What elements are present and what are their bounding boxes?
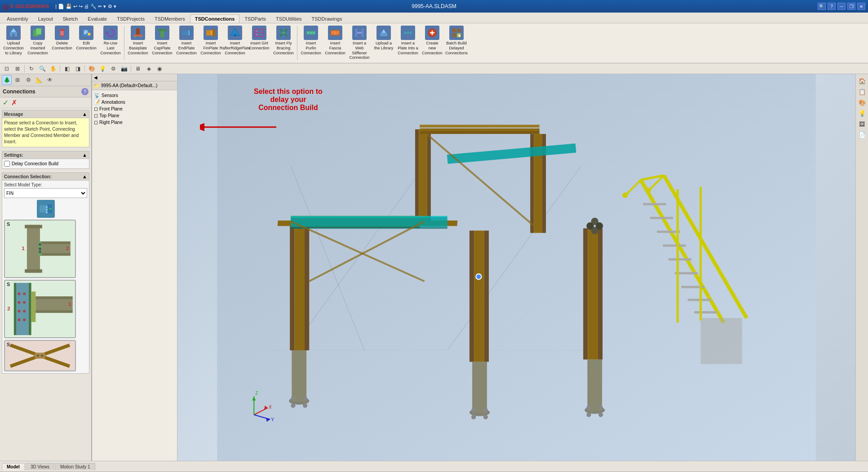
feature-manager-icons: 🌲 ⊞ ⚙ 📐 👁 <box>0 74 91 86</box>
zoom-btn[interactable]: 🔍 <box>37 64 47 73</box>
display-manager-icon[interactable]: 👁 <box>45 75 55 85</box>
settings-section-header[interactable]: Settings: ▲ <box>2 151 89 159</box>
help-button[interactable]: ? <box>81 88 89 95</box>
svg-marker-14 <box>105 31 109 33</box>
tab-tsdparts[interactable]: TSDParts <box>239 14 271 23</box>
svg-text:2: 2 <box>66 245 69 251</box>
upload-library-button[interactable]: Upload a the Library <box>372 24 395 62</box>
connection-selection-header[interactable]: Connection Selection: ▲ <box>2 173 89 181</box>
svg-point-95 <box>18 318 21 321</box>
custom-properties-icon[interactable]: 📄 <box>857 130 867 140</box>
tree-item-sensors[interactable]: 📡Sensors <box>94 92 175 99</box>
upload-connection-button[interactable]: Upload Connection to Library <box>2 24 25 62</box>
model-type-select[interactable]: FIN BASEPLATE CAPPLATE ENDPLATE FLY GIRT… <box>4 188 87 198</box>
tab-tsdutilities[interactable]: TSDUtilities <box>271 14 306 23</box>
pan-btn[interactable]: ✋ <box>48 64 58 73</box>
title-bar-controls[interactable]: 🔍 ? ─ ❐ ✕ <box>818 3 865 10</box>
tree-item-right-plane[interactable]: ◻Right Plane <box>94 119 175 126</box>
section-view-btn[interactable]: ⚙ <box>108 64 118 73</box>
tab-tsddrawings[interactable]: TSDDrawings <box>307 14 347 23</box>
svg-point-28 <box>211 31 213 32</box>
decals-icon[interactable]: 🖼 <box>857 119 867 129</box>
zoom-to-fit-btn[interactable]: ⊡ <box>2 64 12 73</box>
tree-item-top-plane[interactable]: ◻Top Plane <box>94 112 175 119</box>
search-icon[interactable]: 🔍 <box>818 3 826 10</box>
batch-build-button[interactable]: Batch Build Delayed Connections <box>445 24 468 62</box>
svg-rect-144 <box>598 228 602 359</box>
rotate-view-btn[interactable]: ↻ <box>27 64 36 73</box>
display-mode-btn[interactable]: 🖥 <box>133 64 143 73</box>
camera-btn[interactable]: 📷 <box>119 64 129 73</box>
tab-tsdconnections[interactable]: TSDConnections <box>190 14 240 23</box>
tab-layout[interactable]: Layout <box>33 14 58 23</box>
lighting-btn[interactable]: 💡 <box>97 64 107 73</box>
insert-finplate-button[interactable]: Insert FinPlate Connection <box>199 24 222 62</box>
thumb-1-svg: 1 2 <box>5 221 75 277</box>
view-palette-icon[interactable]: 📋 <box>857 87 867 97</box>
copy-connection-button[interactable]: Copy Inserted Connection <box>26 24 49 62</box>
model-type-label: Select Model Type: <box>4 182 87 187</box>
preview-thumb-3[interactable]: S <box>4 340 76 371</box>
svg-text:1: 1 <box>22 245 25 251</box>
tab-motion-study-1[interactable]: Motion Study 1 <box>55 463 95 470</box>
tab-3d-views[interactable]: 3D Views <box>26 463 54 470</box>
scene-icon[interactable]: 💡 <box>857 108 867 118</box>
insert-baseplate-button[interactable]: Insert Baseplate Connection <box>126 24 150 62</box>
tab-tsdprojects[interactable]: TSDProjects <box>112 14 150 23</box>
insert-plate-button[interactable]: Insert a Plate Into a Connection <box>396 24 420 62</box>
svg-point-93 <box>18 310 21 313</box>
upload-library-icon <box>376 26 391 40</box>
tab-assembly[interactable]: Assembly <box>2 14 33 23</box>
insert-endplate-button[interactable]: Insert EndPlate Connection <box>175 24 198 62</box>
svg-rect-78 <box>40 253 71 256</box>
tab-model[interactable]: Model <box>2 463 25 470</box>
close-button[interactable]: ✕ <box>857 3 865 10</box>
zoom-to-selection-btn[interactable]: ⊠ <box>13 64 22 73</box>
insert-girt-button[interactable]: Insert Girt Connection <box>248 24 271 62</box>
edit-connection-button[interactable]: Edit Connection <box>75 24 98 62</box>
tree-item-annotations[interactable]: 📝Annotations <box>94 99 175 106</box>
shadows-btn[interactable]: ◉ <box>155 64 164 73</box>
insert-baseplate-label: Insert Baseplate Connection <box>128 41 148 55</box>
tab-tsdmembers[interactable]: TSDMembers <box>150 14 190 23</box>
realview-btn[interactable]: ◈ <box>144 64 154 73</box>
cancel-panel-button[interactable]: ✗ <box>11 98 17 107</box>
tree-item-front-plane[interactable]: ◻Front Plane <box>94 106 175 112</box>
restore-button[interactable]: ❐ <box>847 3 855 10</box>
delay-connection-checkbox[interactable] <box>4 161 10 167</box>
tab-sketch[interactable]: Sketch <box>58 14 83 23</box>
dim-xpert-icon[interactable]: 📐 <box>34 75 44 85</box>
ribbon-content: Upload Connection to Library Copy Insert… <box>0 23 868 63</box>
minimize-button[interactable]: ─ <box>837 3 846 10</box>
feature-tree-icon[interactable]: 🌲 <box>2 75 12 85</box>
viewport[interactable]: X Y Z Select this option to delay your C… <box>177 74 855 461</box>
preview-thumb-2[interactable]: S <box>4 280 76 338</box>
create-connection-button[interactable]: Create new Connection <box>421 24 444 62</box>
delay-connection-label[interactable]: Delay Connection Build <box>12 161 58 166</box>
view-orient-btn[interactable]: ◧ <box>62 64 72 73</box>
config-manager-icon[interactable]: ⚙ <box>23 75 33 85</box>
property-manager-icon[interactable]: ⊞ <box>13 75 22 85</box>
reuse-connection-button[interactable]: Re-Use Last Connection <box>99 24 122 62</box>
svg-rect-106 <box>35 353 45 358</box>
confirm-button[interactable]: ✓ <box>3 98 9 107</box>
insert-fascia-button[interactable]: Insert Fascia Connection <box>323 24 347 62</box>
preview-thumb-1[interactable]: S <box>4 220 76 278</box>
delete-connection-button[interactable]: Delete Connection <box>50 24 74 62</box>
create-icon <box>425 26 439 40</box>
display-style-btn[interactable]: ◨ <box>73 64 83 73</box>
appearance-icon[interactable]: 🎨 <box>857 97 867 107</box>
insert-fly-button[interactable]: Insert Fly Bracing Connection <box>272 24 295 62</box>
tree-expand-btn[interactable]: ◀ <box>92 74 177 81</box>
svg-rect-61 <box>452 28 456 32</box>
insert-capplate-button[interactable]: Insert CapPlate Connection <box>151 24 174 62</box>
message-section-header[interactable]: Message ▲ <box>2 110 89 118</box>
svg-rect-98 <box>35 298 72 311</box>
insert-purlin-button[interactable]: Insert Purlin Connection <box>299 24 323 62</box>
insert-stiffener-button[interactable]: Insert a Web Stiffener Connection <box>348 24 371 62</box>
feature-tree-right-icon[interactable]: 🏠 <box>857 76 867 86</box>
help-icon[interactable]: ? <box>828 3 836 10</box>
insert-rafter-button[interactable]: Insert RafterRidgePlate Connection <box>223 24 247 62</box>
materials-btn[interactable]: 🎨 <box>87 64 97 73</box>
tab-evaluate[interactable]: Evaluate <box>83 14 112 23</box>
